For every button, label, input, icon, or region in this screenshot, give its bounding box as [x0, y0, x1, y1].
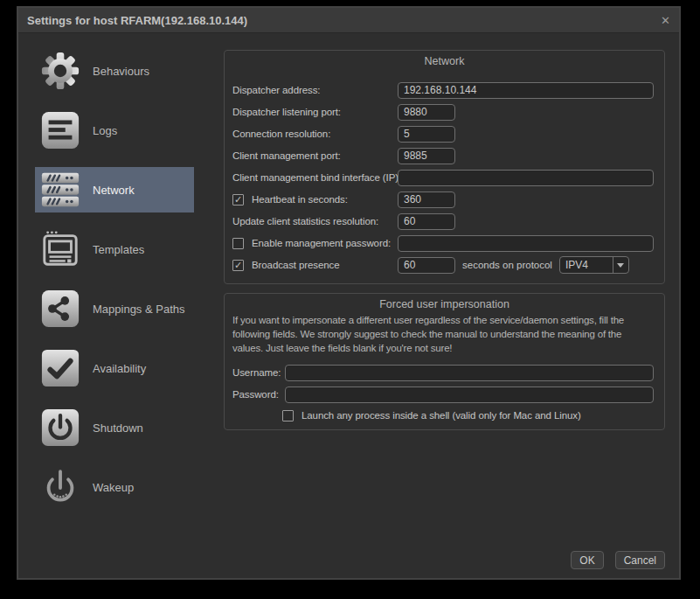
launch-shell-checkbox[interactable]	[282, 410, 294, 421]
management-password-input[interactable]	[398, 235, 654, 252]
network-group-title: Network	[225, 55, 664, 67]
update-stats-label: Update client statistics resolution:	[232, 216, 398, 226]
protocol-dropdown[interactable]: IPV4	[559, 256, 629, 274]
dispatcher-port-input[interactable]	[398, 104, 455, 121]
titlebar: Settings for host RFARM(192.168.10.144) …	[18, 8, 679, 33]
heartbeat-label: Heartbeat in seconds:	[252, 194, 348, 205]
broadcast-presence-input[interactable]	[398, 257, 455, 274]
password-row: Password:	[232, 386, 654, 403]
management-password-checkbox[interactable]	[232, 238, 244, 249]
password-input[interactable]	[285, 387, 654, 403]
bind-interface-input[interactable]	[398, 170, 654, 186]
management-password-label: Enable management password:	[252, 238, 391, 248]
sidebar-item-shutdown[interactable]: Shutdown	[35, 405, 194, 450]
sidebar-item-network[interactable]: Network	[35, 167, 194, 212]
impersonation-group: Forced user impersonation If you want to…	[224, 293, 665, 430]
connection-resolution-row: Connection resolution:	[232, 125, 654, 143]
management-password-row: Enable management password:	[232, 234, 654, 252]
network-group: Network Dispatcher address: Dispatcher l…	[224, 50, 665, 284]
close-icon[interactable]: ✕	[661, 8, 670, 33]
sidebar-item-templates[interactable]: Templates	[35, 226, 194, 272]
broadcast-presence-checkbox[interactable]: ✓	[232, 260, 244, 271]
sidebar-item-label: Availability	[93, 362, 146, 375]
sidebar-item-label: Behaviours	[93, 65, 149, 78]
sidebar-item-logs[interactable]: Logs	[35, 108, 194, 153]
power-icon	[40, 407, 80, 448]
username-input[interactable]	[285, 365, 654, 381]
impersonation-description: If you want to impersonate a different u…	[232, 313, 652, 355]
heartbeat-row: ✓ Heartbeat in seconds:	[232, 191, 654, 208]
sidebar-item-label: Templates	[93, 243, 144, 256]
broadcast-suffix-label: seconds on protocol	[462, 260, 552, 270]
launch-shell-row: Launch any process inside a shell (valid…	[232, 407, 654, 424]
dispatcher-address-input[interactable]	[398, 82, 654, 99]
sidebar-item-wakeup[interactable]: Wakeup	[35, 464, 194, 510]
username-label: Username:	[232, 367, 285, 378]
servers-icon	[40, 170, 80, 210]
client-management-port-input[interactable]	[398, 148, 455, 164]
launch-shell-label: Launch any process inside a shell (valid…	[301, 410, 581, 421]
sidebar-item-availability[interactable]: Availability	[35, 345, 194, 391]
connection-resolution-input[interactable]	[398, 126, 455, 143]
sidebar-item-label: Network	[93, 184, 135, 197]
impersonation-group-title: Forced user impersonation	[225, 298, 664, 310]
heartbeat-input[interactable]	[398, 192, 455, 208]
dialog-footer: OK Cancel	[571, 551, 665, 569]
window-icon	[40, 229, 80, 269]
sidebar-item-label: Wakeup	[93, 481, 134, 494]
chevron-down-icon	[613, 263, 628, 268]
connection-resolution-label: Connection resolution:	[232, 129, 398, 139]
wakeup-power-icon	[40, 467, 80, 507]
update-stats-input[interactable]	[398, 213, 455, 230]
dispatcher-address-label: Dispatcher address:	[232, 85, 398, 95]
sidebar-item-mappings-paths[interactable]: Mappings & Paths	[35, 286, 194, 331]
protocol-selected-value: IPV4	[560, 259, 613, 271]
gear-icon	[40, 51, 80, 91]
password-label: Password:	[232, 389, 285, 400]
window-title: Settings for host RFARM(192.168.10.144)	[27, 14, 247, 27]
sidebar: Behaviours Logs	[35, 48, 194, 524]
client-management-port-row: Client management port:	[232, 147, 654, 164]
broadcast-presence-label: Broadcast presence	[252, 260, 339, 270]
ok-button[interactable]: OK	[571, 551, 603, 569]
sidebar-item-label: Logs	[93, 124, 117, 137]
sidebar-item-behaviours[interactable]: Behaviours	[35, 48, 194, 94]
cancel-button[interactable]: Cancel	[615, 551, 665, 569]
heartbeat-checkbox[interactable]: ✓	[232, 194, 244, 205]
logs-icon	[40, 110, 80, 150]
username-row: Username:	[232, 364, 654, 381]
dispatcher-port-label: Dispatcher listening port:	[232, 107, 398, 117]
bind-interface-label: Client management bind interface (IP)	[232, 172, 398, 183]
sidebar-item-label: Mappings & Paths	[93, 303, 185, 316]
bind-interface-row: Client management bind interface (IP)	[232, 169, 654, 186]
dispatcher-address-row: Dispatcher address:	[232, 81, 654, 99]
dispatcher-port-row: Dispatcher listening port:	[232, 103, 654, 121]
sidebar-item-label: Shutdown	[93, 421, 143, 435]
client-management-port-label: Client management port:	[232, 150, 398, 161]
broadcast-presence-row: ✓ Broadcast presence seconds on protocol…	[232, 256, 654, 274]
checkmark-icon	[40, 348, 80, 388]
share-icon	[40, 289, 80, 329]
update-stats-row: Update client statistics resolution:	[232, 212, 654, 230]
settings-dialog: Settings for host RFARM(192.168.10.144) …	[17, 6, 681, 580]
